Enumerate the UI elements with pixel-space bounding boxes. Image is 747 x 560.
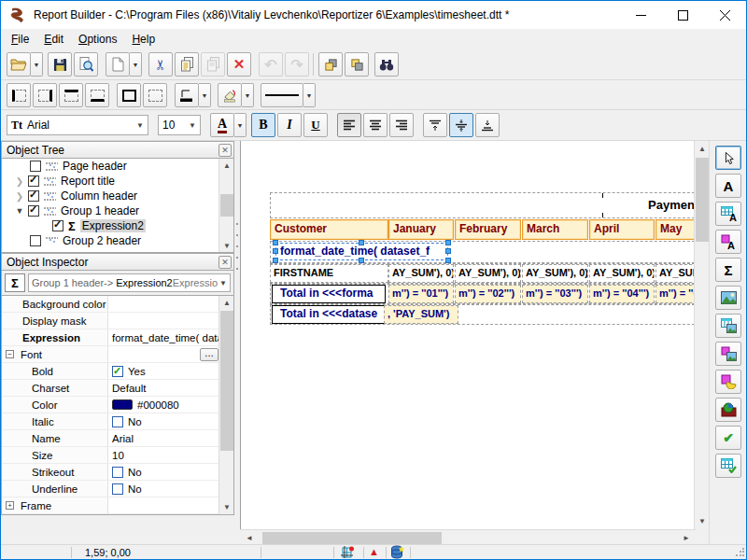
- checkbox[interactable]: ✓: [28, 175, 39, 187]
- picture-tool[interactable]: [715, 286, 741, 310]
- group-footer-cell[interactable]: m'') = ''02'''): [455, 285, 521, 303]
- expression-text-tool[interactable]: A: [715, 230, 741, 254]
- valign-bottom-button[interactable]: [475, 113, 500, 137]
- new-page-dropdown[interactable]: ▼: [130, 52, 142, 77]
- new-page-button[interactable]: [106, 52, 130, 77]
- column-header-cell[interactable]: January: [388, 219, 454, 240]
- menu-edit[interactable]: Edit: [36, 31, 71, 48]
- object-inspector-close-icon[interactable]: ✕: [218, 256, 232, 269]
- save-button[interactable]: [48, 52, 72, 77]
- font-color-button[interactable]: A: [210, 113, 234, 137]
- prop-frame-group[interactable]: + Frame: [2, 497, 233, 514]
- collapse-icon[interactable]: −: [6, 350, 14, 358]
- underline-button[interactable]: U: [303, 113, 328, 137]
- prop-display-mask[interactable]: Display mask: [2, 313, 233, 329]
- font-color-dropdown[interactable]: ▼: [234, 113, 247, 137]
- scroll-thumb[interactable]: [220, 194, 233, 217]
- prop-strikeout[interactable]: Strikeout No: [2, 464, 233, 481]
- column-header-cell[interactable]: Customer: [270, 219, 388, 240]
- maximize-button[interactable]: [662, 1, 704, 29]
- scroll-down-arrow[interactable]: ▼: [695, 514, 710, 528]
- line-style-dropdown[interactable]: ▼: [303, 83, 316, 107]
- scroll-thumb[interactable]: [262, 532, 442, 544]
- column-header-cell[interactable]: February: [455, 219, 521, 240]
- prop-bold[interactable]: Bold Yes: [2, 363, 233, 380]
- font-name-combo[interactable]: Tt Arial ▼: [7, 115, 148, 135]
- tree-item-group1-header[interactable]: ▼ ✓ Group 1 header: [2, 203, 233, 218]
- color-swatch[interactable]: [112, 399, 133, 410]
- expression-picture-tool[interactable]: [715, 342, 741, 366]
- bold-button[interactable]: B: [251, 113, 275, 137]
- border-style-button[interactable]: [175, 83, 199, 107]
- prop-background-color[interactable]: Background color: [2, 296, 233, 313]
- undo-button[interactable]: ↶: [259, 52, 283, 77]
- delete-button[interactable]: ✕: [227, 52, 251, 77]
- chevron-right-icon[interactable]: ❯: [15, 191, 24, 202]
- prop-size[interactable]: Size 10: [2, 447, 233, 464]
- scroll-down-arrow[interactable]: ▼: [219, 239, 234, 253]
- checkbox[interactable]: ✓: [28, 190, 39, 202]
- scroll-thumb[interactable]: [696, 158, 709, 242]
- group-footer-cell[interactable]: m'') = ''03'''): [522, 285, 588, 303]
- report-design-canvas[interactable]: Payment Customer January February March …: [240, 141, 696, 529]
- selection-handle[interactable]: [445, 240, 451, 245]
- shape-tool[interactable]: [715, 370, 741, 394]
- send-to-back-button[interactable]: [345, 52, 369, 77]
- detail-cell[interactable]: AY_SUM'), 0): [589, 264, 655, 283]
- open-button[interactable]: [7, 52, 31, 77]
- prop-value[interactable]: Default: [108, 383, 233, 394]
- checkbox[interactable]: ✓: [28, 205, 39, 217]
- aggregate-tool[interactable]: Σ: [715, 258, 741, 282]
- scroll-down-arrow[interactable]: ▼: [219, 500, 234, 514]
- detail-cell[interactable]: AY_SUM'), 0): [455, 264, 521, 283]
- report-footer-total-cell[interactable]: Total in <<<datase: [272, 305, 386, 324]
- prop-value[interactable]: Yes: [108, 366, 233, 377]
- prop-font-group[interactable]: − Font …: [2, 346, 233, 363]
- menu-help[interactable]: Help: [124, 31, 162, 48]
- prop-value[interactable]: No: [108, 467, 233, 478]
- prop-charset[interactable]: Charset Default: [2, 380, 233, 397]
- db-picture-tool[interactable]: [715, 314, 741, 338]
- fill-color-dropdown[interactable]: ▼: [242, 83, 254, 107]
- checkbox[interactable]: [112, 467, 123, 478]
- snap-grid-icon[interactable]: [341, 546, 356, 559]
- chevron-right-icon[interactable]: ❯: [15, 176, 24, 187]
- menu-file[interactable]: File: [4, 31, 36, 48]
- title-band-cell[interactable]: Payment: [648, 198, 696, 212]
- prop-value[interactable]: Arial: [108, 433, 233, 444]
- resize-grip[interactable]: [735, 548, 744, 557]
- selection-handle[interactable]: [273, 240, 278, 245]
- checkbox-tool[interactable]: ✔: [715, 426, 741, 450]
- select-tool[interactable]: [715, 146, 741, 170]
- redo-button[interactable]: ↷: [285, 52, 309, 77]
- scroll-right-arrow[interactable]: ►: [679, 531, 694, 545]
- align-center-button[interactable]: [363, 113, 388, 137]
- chevron-down-icon[interactable]: ▼: [15, 206, 24, 216]
- detail-cell[interactable]: AY_SUM': [655, 264, 696, 283]
- line-style-button[interactable]: [261, 83, 303, 107]
- db-checkbox-tool[interactable]: [715, 454, 741, 478]
- expand-icon[interactable]: +: [6, 501, 14, 510]
- column-header-cell[interactable]: March: [522, 219, 588, 240]
- find-button[interactable]: [374, 52, 399, 77]
- align-right-button[interactable]: [389, 113, 414, 137]
- checkbox[interactable]: ✓: [30, 235, 41, 246]
- frame-top-button[interactable]: [59, 83, 83, 107]
- report-title-band[interactable]: Payment: [270, 192, 696, 218]
- prop-value[interactable]: No: [108, 483, 233, 495]
- detail-cell[interactable]: AY_SUM'), 0): [388, 264, 454, 283]
- tree-item-group2-header[interactable]: ✓ Group 2 header: [2, 233, 233, 248]
- prop-value[interactable]: #000080: [108, 399, 233, 411]
- selection-handle[interactable]: [273, 248, 278, 254]
- db-text-tool[interactable]: A: [715, 202, 741, 226]
- group-footer-cell[interactable]: m'') = ''0: [655, 285, 696, 303]
- prop-value[interactable]: No: [108, 416, 233, 427]
- prop-value[interactable]: 10: [108, 450, 233, 461]
- marker-triangle-icon[interactable]: ▲: [369, 546, 379, 557]
- group-footer-cell[interactable]: m'') = ''01'''): [388, 285, 454, 303]
- prop-expression[interactable]: Expression format_date_time( data: [2, 329, 233, 346]
- scroll-up-arrow[interactable]: ▲: [695, 142, 710, 156]
- checkbox[interactable]: [112, 366, 123, 377]
- database-icon[interactable]: [390, 545, 405, 559]
- prop-color[interactable]: Color #000080: [2, 397, 233, 413]
